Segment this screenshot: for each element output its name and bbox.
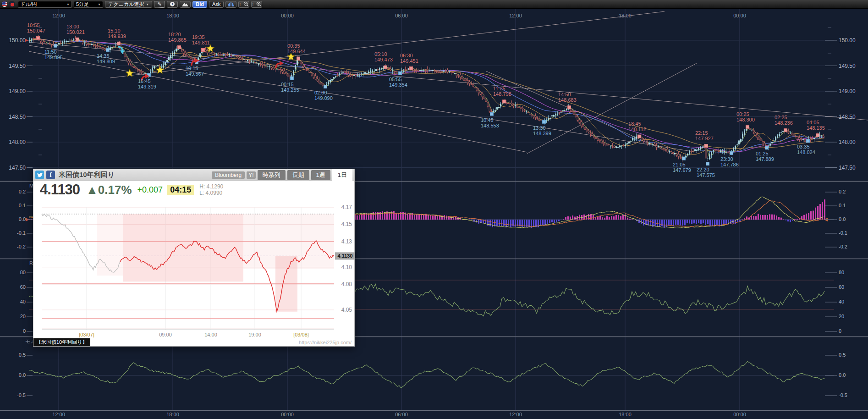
low-value: L: 4.0990 — [199, 190, 223, 196]
yield-x-tick: 19:00 — [248, 332, 261, 337]
timeframe-select[interactable]: 5分足 ▼ — [74, 1, 103, 8]
bid-label: Bid — [196, 1, 204, 7]
bar-chart-icon — [227, 1, 235, 7]
popup-quote-row: 4.1130 ▲0.17% +0.007 04:15 H: 4.1290 L: … — [33, 181, 354, 198]
yield-x-tick: 09:00 — [159, 332, 172, 337]
zoom-out-icon — [243, 1, 249, 7]
twitter-share-button[interactable] — [35, 171, 44, 179]
yield-value: 4.1130 — [40, 182, 80, 198]
technical-indicator-button[interactable]: テクニカル選択 ▼ — [105, 1, 152, 8]
popup-link-bloomberg[interactable]: Bloomberg — [212, 171, 245, 179]
popup-tab[interactable]: 1日 — [332, 169, 352, 181]
svg-text:4.1130: 4.1130 — [337, 253, 352, 259]
svg-text:4.15: 4.15 — [341, 221, 352, 227]
svg-text:4.10: 4.10 — [341, 264, 352, 270]
info-icon: i — [170, 2, 175, 6]
info-button[interactable]: i — [167, 1, 178, 8]
popup-header-buttons: BloombergY!時系列長期1週1日 — [212, 169, 352, 181]
popup-footer-badge: 【米国債10年利回り】 — [33, 338, 90, 346]
facebook-share-button[interactable]: f — [46, 171, 55, 179]
svg-text:4.05: 4.05 — [341, 307, 352, 313]
yield-change-percent: ▲0.17% — [86, 183, 132, 197]
japan-flag-icon — [9, 1, 15, 7]
zoom-out-button[interactable]: ↕ — [238, 1, 249, 8]
popup-header: f 米国債10年利回り BloombergY!時系列長期1週1日 — [33, 169, 354, 181]
mountain-icon — [181, 2, 189, 7]
treasury-yield-popup: f 米国債10年利回り BloombergY!時系列長期1週1日 4.1130 … — [33, 169, 355, 347]
svg-text:4.13: 4.13 — [341, 238, 352, 245]
timeframe-label: 5分足 — [76, 1, 89, 8]
popup-link-y[interactable]: Y! — [247, 171, 255, 179]
yield-x-tick: [03/08] — [293, 332, 309, 337]
toolbar: ドル/円 ▼ 5分足 ▼ テクニカル選択 ▼ ✎ i Bid Ask — [0, 0, 868, 9]
pencil-icon: ✎ — [158, 1, 162, 7]
us-flag-icon — [1, 1, 8, 7]
high-low-values: H: 4.1290 L: 4.0990 — [199, 183, 223, 196]
chevron-down-icon: ▼ — [146, 3, 149, 6]
yield-x-tick: 14:00 — [204, 332, 217, 337]
ask-label: Ask — [212, 1, 220, 7]
twitter-bird-icon — [37, 172, 43, 177]
source-url: https://nikkei225jp.com/ — [299, 340, 352, 345]
svg-text:4.17: 4.17 — [341, 204, 352, 210]
currency-pair-select[interactable]: ドル/円 ▼ — [18, 1, 72, 8]
chevron-down-icon: ▼ — [98, 3, 101, 6]
popup-tab[interactable]: 長期 — [287, 170, 309, 180]
chevron-down-icon: ▼ — [66, 3, 70, 6]
popup-tab[interactable]: 1週 — [311, 170, 330, 180]
yield-change-absolute: +0.007 — [137, 185, 163, 195]
draw-tool-button[interactable]: ✎ — [154, 1, 165, 8]
trading-app-window: ドル/円 ▼ 5分足 ▼ テクニカル選択 ▼ ✎ i Bid Ask — [0, 0, 868, 419]
resize-arrows-icon: ↕ — [239, 2, 241, 6]
ask-toggle-button[interactable]: Ask — [209, 1, 224, 8]
svg-text:4.08: 4.08 — [341, 281, 352, 287]
volume-bars-button[interactable] — [225, 1, 236, 8]
yield-line-chart: 4.174.154.134.104.084.054.1130 — [33, 198, 355, 339]
popup-title: 米国債10年利回り — [59, 171, 115, 179]
technical-indicator-label: テクニカル選択 — [108, 1, 144, 8]
resize-arrows-icon: ↕ — [252, 2, 254, 6]
popup-tab[interactable]: 時系列 — [258, 170, 286, 180]
zoom-in-icon — [256, 1, 262, 7]
zoom-in-button[interactable]: ↕ — [251, 1, 262, 8]
chart-style-button[interactable] — [180, 1, 191, 8]
high-value: H: 4.1290 — [199, 183, 223, 190]
currency-pair-label: ドル/円 — [20, 1, 37, 8]
bid-toggle-button[interactable]: Bid — [192, 1, 207, 8]
yield-x-tick: [03/07] — [79, 332, 94, 337]
quote-time-badge: 04:15 — [167, 185, 194, 195]
currency-flags — [1, 1, 15, 7]
